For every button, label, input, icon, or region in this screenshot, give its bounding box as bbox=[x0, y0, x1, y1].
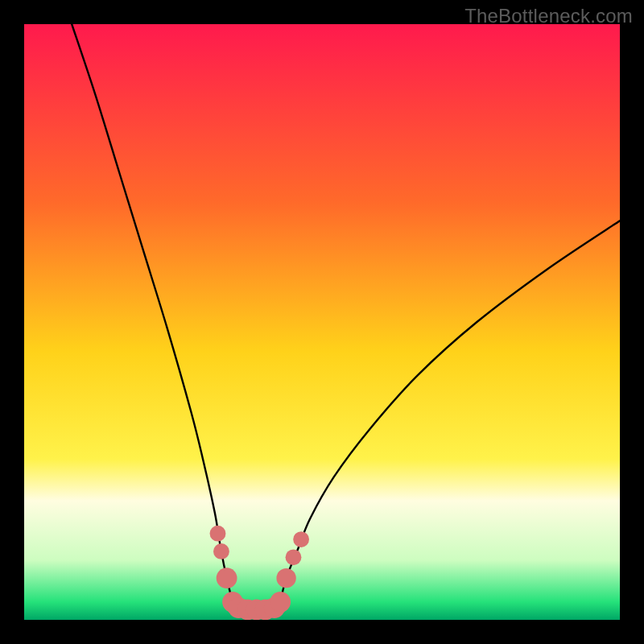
marker-point bbox=[276, 568, 295, 588]
marker-point bbox=[213, 543, 229, 559]
marker-point bbox=[293, 531, 309, 547]
marker-point bbox=[210, 526, 226, 542]
watermark-text: TheBottleneck.com bbox=[464, 5, 633, 27]
chart-frame: TheBottleneck.com bbox=[0, 0, 644, 644]
marker-point bbox=[217, 568, 237, 588]
chart-svg bbox=[24, 24, 620, 620]
marker-point bbox=[286, 549, 302, 565]
marker-point bbox=[270, 592, 291, 613]
gradient-background bbox=[24, 24, 620, 620]
chart-plot-area bbox=[24, 24, 620, 620]
